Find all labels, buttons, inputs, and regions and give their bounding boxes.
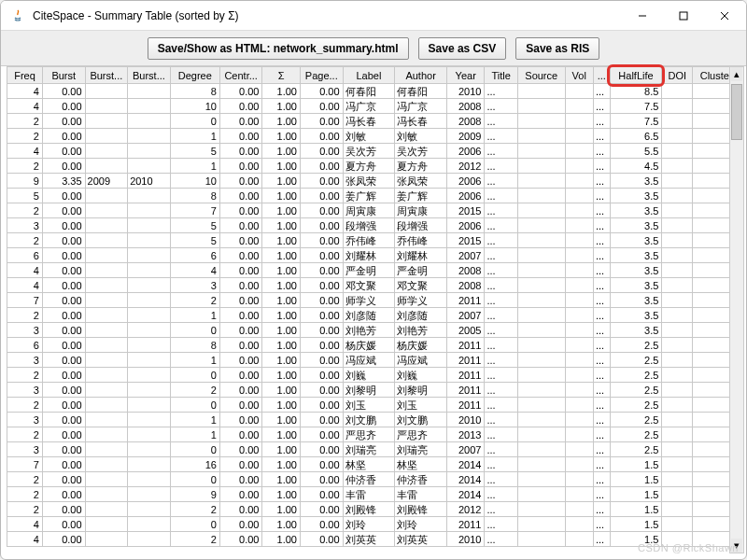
table-row[interactable]: 30.0000.001.000.00刘艳芳刘艳芳2005......3.5 xyxy=(7,323,740,338)
scroll-thumb[interactable] xyxy=(731,84,742,140)
maximize-button[interactable] xyxy=(671,7,696,25)
column-header[interactable]: Freq xyxy=(7,67,43,84)
cell: ... xyxy=(485,144,517,159)
cell: 乔伟峰 xyxy=(395,233,447,248)
cell: ... xyxy=(593,308,610,323)
table-row[interactable]: 30.0010.001.000.00冯应斌冯应斌2011......2.5 xyxy=(7,353,740,368)
column-header[interactable]: Degree xyxy=(170,67,219,84)
column-header[interactable]: Vol xyxy=(565,67,593,84)
column-header[interactable]: HalfLife xyxy=(610,67,662,84)
column-header[interactable]: Σ xyxy=(262,67,301,84)
cell: 8 xyxy=(170,338,219,353)
save-csv-button[interactable]: Save as CSV xyxy=(418,37,507,60)
cell xyxy=(565,517,593,532)
table-row[interactable]: 70.0020.001.000.00师学义师学义2011......3.5 xyxy=(7,293,740,308)
column-header[interactable]: DOI xyxy=(662,67,693,84)
table-row[interactable]: 20.0010.001.000.00严思齐严思齐2013......2.5 xyxy=(7,427,740,442)
cell: 3.5 xyxy=(610,189,662,203)
column-header[interactable]: Burst... xyxy=(85,67,128,84)
cell xyxy=(85,233,128,248)
cell xyxy=(128,189,171,203)
column-header[interactable]: Source xyxy=(517,67,565,84)
table-row[interactable]: 30.0010.001.000.00刘文鹏刘文鹏2010......2.5 xyxy=(7,413,740,427)
cell xyxy=(517,248,565,263)
table-row[interactable]: 30.0020.001.000.00刘黎明刘黎明2011......2.5 xyxy=(7,383,740,398)
table-row[interactable]: 40.0000.001.000.00刘玲刘玲2011......1.5 xyxy=(7,517,740,532)
column-header[interactable]: Centr... xyxy=(219,67,262,84)
table-row[interactable]: 20.0090.001.000.00丰雷丰雷2014......1.5 xyxy=(7,487,740,502)
vertical-scrollbar[interactable]: ▴ ▾ xyxy=(729,66,744,553)
cell: ... xyxy=(593,472,610,487)
column-header[interactable]: Year xyxy=(446,67,485,84)
cell: 0.00 xyxy=(42,502,85,517)
table-row[interactable]: 20.0010.001.000.00夏方舟夏方舟2012......4.5 xyxy=(7,159,740,174)
table-row[interactable]: 40.0040.001.000.00严金明严金明2008......3.5 xyxy=(7,263,740,278)
cell: 刘文鹏 xyxy=(343,413,395,427)
table-row[interactable]: 50.0080.001.000.00姜广辉姜广辉2006......3.5 xyxy=(7,189,740,203)
table-row[interactable]: 93.3520092010100.001.000.00张凤荣张凤荣2006...… xyxy=(7,174,740,189)
column-header[interactable]: Burst... xyxy=(128,67,171,84)
table-row[interactable]: 20.0010.001.000.00刘敏刘敏2009......6.5 xyxy=(7,129,740,144)
table-row[interactable]: 20.0000.001.000.00刘巍刘巍2011......2.5 xyxy=(7,368,740,383)
cell xyxy=(128,502,171,517)
cell: 3.5 xyxy=(610,278,662,293)
table-row[interactable]: 20.0070.001.000.00周寅康周寅康2015......3.5 xyxy=(7,203,740,218)
cell xyxy=(662,338,693,353)
cell xyxy=(517,338,565,353)
cell xyxy=(517,413,565,427)
table-row[interactable]: 60.0080.001.000.00杨庆媛杨庆媛2011......2.5 xyxy=(7,338,740,353)
cell xyxy=(128,413,171,427)
table-row[interactable]: 40.0050.001.000.00吴次芳吴次芳2006......5.5 xyxy=(7,144,740,159)
column-header[interactable]: ... xyxy=(593,67,610,84)
table-row[interactable]: 20.0010.001.000.00刘彦随刘彦随2007......3.5 xyxy=(7,308,740,323)
column-header[interactable]: Label xyxy=(343,67,395,84)
scroll-down-arrow[interactable]: ▾ xyxy=(731,539,742,553)
cell: 0.00 xyxy=(219,144,262,159)
table-row[interactable]: 40.00100.001.000.00冯广京冯广京2008......7.5 xyxy=(7,99,740,114)
cell: 1.00 xyxy=(262,144,301,159)
cell: ... xyxy=(485,99,517,114)
cell xyxy=(662,532,693,547)
cell: 4 xyxy=(7,263,43,278)
table-row[interactable]: 30.0000.001.000.00刘瑞亮刘瑞亮2007......2.5 xyxy=(7,442,740,457)
table-row[interactable]: 20.0000.001.000.00仲济香仲济香2014......1.5 xyxy=(7,472,740,487)
cell: 2011 xyxy=(446,353,485,368)
summary-table[interactable]: FreqBurstBurst...Burst...DegreeCentr...Σ… xyxy=(7,66,740,547)
cell xyxy=(85,457,128,472)
cell: 夏方舟 xyxy=(395,159,447,174)
minimize-button[interactable] xyxy=(630,7,655,25)
table-row[interactable]: 70.00160.001.000.00林坚林坚2014......1.5 xyxy=(7,457,740,472)
cell xyxy=(662,174,693,189)
cell xyxy=(662,517,693,532)
cell: 夏方舟 xyxy=(343,159,395,174)
cell: 2010 xyxy=(446,84,485,99)
cell: 2008 xyxy=(446,263,485,278)
cell xyxy=(662,278,693,293)
table-row[interactable]: 20.0050.001.000.00乔伟峰乔伟峰2015......3.5 xyxy=(7,233,740,248)
table-row[interactable]: 30.0050.001.000.00段增强段增强2006......3.5 xyxy=(7,218,740,233)
table-row[interactable]: 40.0030.001.000.00邓文聚邓文聚2008......3.5 xyxy=(7,278,740,293)
cell: 刘耀林 xyxy=(343,248,395,263)
table-row[interactable]: 40.0020.001.000.00刘英英刘英英2010......1.5 xyxy=(7,532,740,547)
cell: 1.00 xyxy=(262,353,301,368)
table-row[interactable]: 40.0080.001.000.00何春阳何春阳2010......8.5 xyxy=(7,84,740,99)
scroll-up-arrow[interactable]: ▴ xyxy=(731,67,742,81)
cell: 1.00 xyxy=(262,398,301,413)
table-row[interactable]: 20.0000.001.000.00冯长春冯长春2008......7.5 xyxy=(7,114,740,129)
cell: 0.00 xyxy=(42,233,85,248)
cell: 2010 xyxy=(446,413,485,427)
save-ris-button[interactable]: Save as RIS xyxy=(515,37,599,60)
cell xyxy=(85,413,128,427)
column-header[interactable]: Burst xyxy=(42,67,85,84)
table-row[interactable]: 20.0020.001.000.00刘殿锋刘殿锋2012......1.5 xyxy=(7,502,740,517)
table-row[interactable]: 60.0060.001.000.00刘耀林刘耀林2007......3.5 xyxy=(7,248,740,263)
cell: ... xyxy=(485,472,517,487)
column-header[interactable]: Author xyxy=(395,67,447,84)
column-header[interactable]: Title xyxy=(485,67,517,84)
cell: 1.00 xyxy=(262,129,301,144)
close-button[interactable] xyxy=(712,7,737,25)
cell: 刘英英 xyxy=(343,532,395,547)
save-html-button[interactable]: Save/Show as HTML: network_summary.html xyxy=(148,37,409,60)
column-header[interactable]: Page... xyxy=(300,67,343,84)
table-row[interactable]: 20.0000.001.000.00刘玉刘玉2011......2.5 xyxy=(7,398,740,413)
